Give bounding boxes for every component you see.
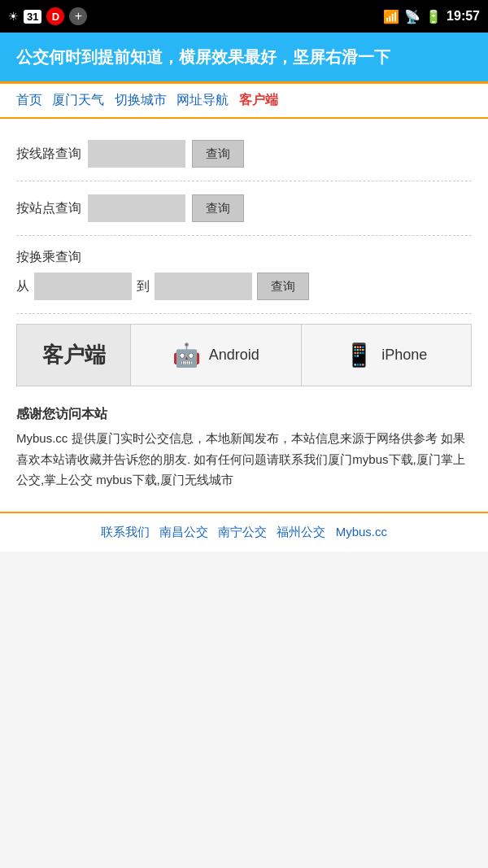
nav-home[interactable]: 首页: [16, 93, 42, 107]
search-by-route-button[interactable]: 查询: [192, 140, 244, 168]
notification-badge: 31: [24, 10, 41, 24]
status-right: 📶 📡 🔋 19:57: [383, 9, 480, 24]
search-from-input[interactable]: [34, 273, 132, 300]
footer-link-mybus[interactable]: Mybus.cc: [336, 525, 387, 539]
android-icon: 🤖: [172, 342, 201, 369]
iphone-label: iPhone: [381, 347, 427, 364]
clock: 19:57: [447, 9, 480, 24]
search-by-stop-row: 按站点查询 查询: [16, 194, 472, 222]
main-content: 按线路查询 查询 按站点查询 查询 按换乘查询 从 到 查询 客户端: [0, 119, 488, 512]
banner-text: 公交何时到提前知道，横屏效果最好，坚屏右滑一下: [16, 48, 390, 66]
search-by-transfer-button[interactable]: 查询: [257, 273, 309, 300]
footer: 联系我们 南昌公交 南宁公交 福州公交 Mybus.cc: [0, 512, 488, 552]
description-body: Mybus.cc 提供厦门实时公交信息，本地新闻发布，本站信息来源于网络供参考 …: [16, 431, 465, 486]
footer-link-contact[interactable]: 联系我们: [101, 525, 150, 539]
d-icon: D: [46, 7, 64, 25]
search-by-stop-input[interactable]: [88, 194, 185, 222]
sun-icon: ☀: [8, 10, 19, 23]
search-by-stop-label: 按站点查询: [16, 200, 81, 217]
battery-icon: 🔋: [425, 9, 442, 24]
client-logo-text: 客户端: [42, 341, 106, 369]
bottom-area: [0, 552, 488, 796]
android-option[interactable]: 🤖 Android: [131, 325, 302, 386]
footer-link-nanning[interactable]: 南宁公交: [218, 525, 267, 539]
footer-link-fuzhou[interactable]: 福州公交: [277, 525, 325, 539]
search-by-transfer-label: 按换乘查询: [16, 250, 81, 264]
nav-url-nav[interactable]: 网址导航: [176, 93, 229, 107]
search-by-stop: 按站点查询 查询: [16, 181, 472, 236]
status-left: ☀ 31 D +: [8, 7, 87, 25]
search-by-route-label: 按线路查询: [16, 146, 81, 163]
nav-bar: 首页 厦门天气 切换城市 网址导航 客户端: [0, 84, 488, 119]
iphone-icon: 📱: [345, 342, 373, 369]
nav-client[interactable]: 客户端: [239, 93, 278, 107]
iphone-option[interactable]: 📱 iPhone: [302, 325, 472, 386]
from-label: 从: [16, 278, 29, 295]
search-by-transfer-title-row: 按换乘查询: [16, 249, 472, 266]
search-by-route-input[interactable]: [88, 140, 185, 168]
signal-icon: 📶: [383, 9, 399, 24]
description: 感谢您访问本站 Mybus.cc 提供厦门实时公交信息，本地新闻发布，本站信息来…: [16, 396, 472, 504]
search-to-input[interactable]: [155, 273, 252, 300]
search-by-route: 按线路查询 查询: [16, 127, 472, 181]
search-by-stop-button[interactable]: 查询: [192, 194, 244, 222]
search-by-transfer: 按换乘查询 从 到 查询: [16, 236, 472, 314]
search-by-route-row: 按线路查询 查询: [16, 140, 472, 168]
to-label: 到: [137, 278, 150, 295]
search-by-transfer-row: 从 到 查询: [16, 273, 472, 300]
client-options: 🤖 Android 📱 iPhone: [131, 325, 471, 386]
client-section: 客户端 🤖 Android 📱 iPhone: [16, 324, 472, 386]
android-label: Android: [209, 347, 259, 364]
nav-weather[interactable]: 厦门天气: [52, 93, 104, 107]
description-title: 感谢您访问本站: [16, 403, 472, 425]
footer-link-nanchang[interactable]: 南昌公交: [159, 525, 208, 539]
status-bar: ☀ 31 D + 📶 📡 🔋 19:57: [0, 0, 488, 33]
header-banner: 公交何时到提前知道，横屏效果最好，坚屏右滑一下: [0, 33, 488, 84]
client-logo: 客户端: [17, 325, 131, 386]
nav-switch-city[interactable]: 切换城市: [115, 93, 167, 107]
wifi-icon: 📡: [404, 9, 420, 24]
plus-icon: +: [69, 7, 87, 25]
